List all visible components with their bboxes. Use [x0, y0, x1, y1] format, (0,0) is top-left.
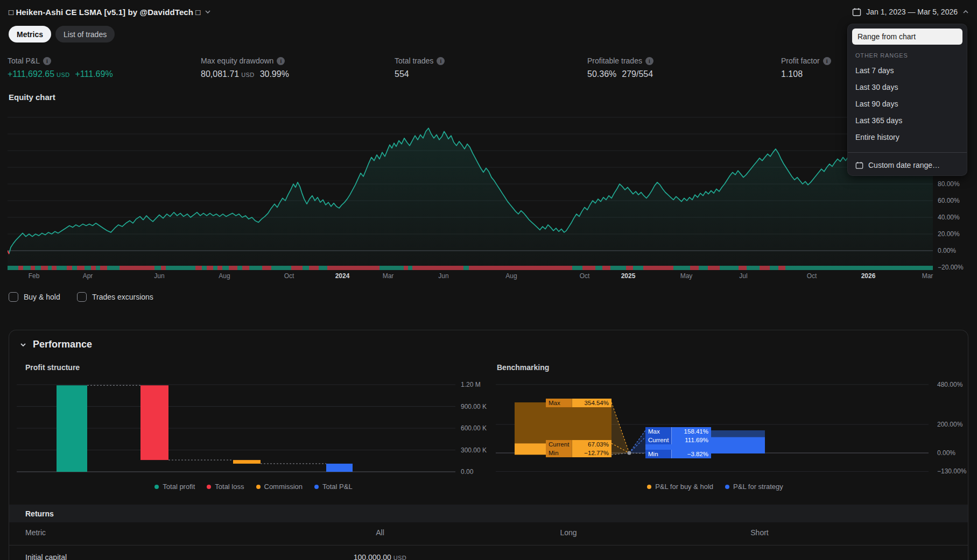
benchmark-box-value: 158.41% — [671, 427, 711, 436]
info-icon[interactable]: i — [43, 57, 51, 65]
checkbox-label: Buy & hold — [24, 293, 60, 301]
winning-trades-segment — [202, 266, 207, 270]
profit-structure-legend: Total profitTotal lossCommissionTotal P&… — [17, 483, 490, 491]
equity-x-tick: May — [674, 272, 698, 280]
losing-trades-segment — [739, 266, 747, 270]
benchmark-box-label: Max — [645, 427, 671, 436]
stat-value-row: 554 — [395, 69, 445, 79]
range-menu-item-last-90-days[interactable]: Last 90 days — [848, 95, 967, 112]
range-menu-item-last-30-days[interactable]: Last 30 days — [848, 79, 967, 95]
winning-trades-segment — [673, 266, 691, 270]
info-icon[interactable]: i — [277, 57, 285, 65]
calendar-icon — [852, 8, 861, 17]
range-menu-item-range-from-chart[interactable]: Range from chart — [852, 29, 962, 45]
legend-dot — [207, 485, 211, 489]
trade-outcome-strip — [8, 266, 933, 270]
range-menu-item-last-365-days[interactable]: Last 365 days — [848, 112, 967, 129]
losing-trades-segment — [412, 266, 463, 270]
equity-x-tick: Oct — [800, 272, 824, 280]
stat-label-row: Max equity drawdowni — [201, 55, 289, 66]
returns-column-long: Long — [525, 528, 611, 537]
benchmarking-title: Benchmarking — [497, 363, 549, 372]
legend-item-p-l-for-strategy: P&L for strategy — [725, 483, 783, 491]
stat-value: 554 — [395, 69, 409, 79]
equity-y-tick: 20.00% — [938, 230, 960, 238]
checkbox-buy-hold[interactable]: Buy & hold — [9, 292, 60, 302]
date-range-label: Jan 1, 2023 — Mar 5, 2026 — [866, 8, 958, 16]
benchmarking-y-tick: 200.00% — [937, 421, 962, 428]
returns-value: 100,000.00 — [354, 553, 393, 560]
legend-dot — [256, 485, 261, 489]
equity-y-tick: −20.00% — [938, 264, 964, 271]
chevron-up-icon — [962, 9, 969, 15]
returns-section-header[interactable]: Returns — [9, 505, 968, 522]
returns-column-all: All — [337, 528, 423, 537]
losing-trades-segment — [404, 266, 408, 270]
info-icon[interactable]: i — [823, 57, 831, 65]
equity-x-tick: 2025 — [616, 272, 640, 280]
chevron-down-icon — [20, 342, 26, 348]
stat-label-row: Profitable tradesi — [587, 55, 653, 66]
strategy-title-chevron-down-icon[interactable] — [205, 9, 211, 15]
losing-trades-segment — [52, 266, 57, 270]
losing-trades-segment — [626, 266, 634, 270]
equity-y-tick: 80.00% — [938, 180, 960, 188]
stat-value: 1.108 — [781, 69, 803, 79]
checkbox-trades-excursions[interactable]: Trades excursions — [77, 292, 153, 302]
view-tabs: MetricsList of trades — [9, 26, 115, 42]
winning-trades-segment — [303, 266, 309, 270]
equity-y-tick: 0.00% — [938, 247, 956, 254]
legend-dot — [725, 485, 729, 489]
losing-trades-segment — [760, 266, 770, 270]
winning-trades-segment — [213, 266, 217, 270]
checkbox-box — [9, 292, 18, 302]
stat-value-row: +111,692.65USD+111.69% — [8, 69, 113, 79]
equity-x-tick: 2026 — [856, 272, 880, 280]
stat-label-row: Total P&Li — [8, 55, 113, 66]
tab-list-of-trades[interactable]: List of trades — [55, 26, 115, 42]
losing-trades-segment — [207, 266, 213, 270]
profit-y-tick: 600.00 K — [461, 424, 487, 432]
legend-item-p-l-for-buy-hold: P&L for buy & hold — [647, 483, 713, 491]
stat-value-row: 80,081.71USD30.99% — [201, 69, 289, 79]
range-menu-item-entire-history[interactable]: Entire history — [848, 129, 967, 145]
legend-item-total-loss: Total loss — [207, 483, 244, 491]
benchmark-box-blue-min: Min−3.82% — [645, 450, 711, 458]
losing-trades-segment — [91, 266, 96, 270]
losing-trades-segment — [195, 266, 202, 270]
winning-trades-segment — [107, 266, 120, 270]
range-menu-item-last-7-days[interactable]: Last 7 days — [848, 62, 967, 79]
benchmarking-y-tick: 480.00% — [937, 381, 962, 388]
winning-trades-segment — [463, 266, 469, 270]
losing-trades-segment — [161, 266, 166, 270]
performance-section-header[interactable]: Performance — [20, 339, 92, 350]
winning-trades-segment — [633, 266, 643, 270]
benchmark-box-label: Min — [645, 450, 671, 458]
losing-trades-segment — [262, 266, 271, 270]
stat-secondary: 30.99% — [260, 69, 289, 79]
losing-trades-segment — [229, 266, 237, 270]
losing-trades-segment — [469, 266, 572, 270]
stat-max-equity-drawdown: Max equity drawdowni80,081.71USD30.99% — [201, 55, 289, 79]
range-menu-item-custom-date-range[interactable]: Custom date range… — [855, 158, 940, 173]
equity-x-tick: 2024 — [331, 272, 354, 280]
date-range-button[interactable]: Jan 1, 2023 — Mar 5, 2026 — [852, 5, 969, 19]
winning-trades-segment — [572, 266, 582, 270]
info-icon[interactable]: i — [437, 57, 445, 65]
stat-label: Total P&L — [8, 56, 40, 65]
benchmark-box-label: Max — [546, 399, 572, 407]
stat-total-trades: Total tradesi554 — [395, 55, 445, 79]
equity-x-tick: Jun — [432, 272, 455, 280]
range-menu-items: Last 7 daysLast 30 daysLast 90 daysLast … — [848, 62, 967, 145]
winning-trades-segment — [747, 266, 760, 270]
benchmark-box-blue-max: Max158.41% — [645, 427, 711, 436]
winning-trades-segment — [23, 266, 31, 270]
winning-trades-segment — [770, 266, 778, 270]
returns-row-value-all: 100,000.00 USD — [321, 553, 439, 560]
benchmark-box-label: Current — [645, 436, 671, 444]
strategy-title[interactable]: □ Heiken-Ashi CE LSMA [v5.1] by @DaviddT… — [9, 8, 200, 17]
tab-metrics[interactable]: Metrics — [9, 26, 51, 42]
benchmark-box-value: 67.03% — [572, 440, 611, 449]
info-icon[interactable]: i — [645, 57, 653, 65]
benchmark-box-value: 111.69% — [671, 436, 711, 444]
